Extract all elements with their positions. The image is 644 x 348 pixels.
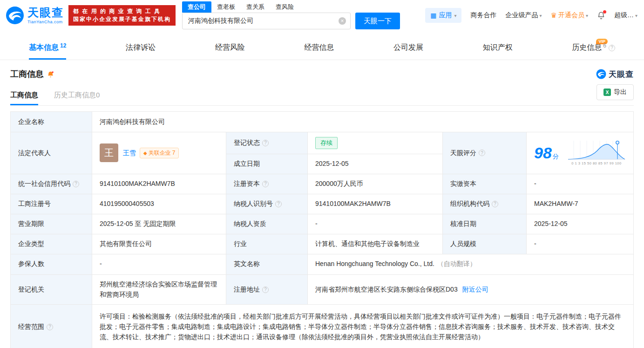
table-row: 统一社会信用代码 ? 91410100MAK2HAMW7B 注册资本 ? 200… [11,174,633,194]
business-scope-value: 许可项目：检验检测服务（依法须经批准的项目，经相关部门批准后方可开展经营活动，具… [92,305,633,348]
business-term-label: 营业期限 [11,214,92,234]
related-companies-count: 7 [172,149,176,157]
tab-company-development[interactable]: 公司发展 [393,37,423,60]
tab-operating-info-label: 经营信息 [304,43,334,53]
search-area: 查公司 查老板 查关系 查风险 × 天眼一下 [182,1,400,29]
header-right: ▦ 应用 ▾ 商务合作 企业级产品 ▾ ♛ 开通会员 ▾ 超级… ▾ [425,8,637,23]
org-code-label: 组织机构代码 ? [443,194,527,214]
legal-rep-link[interactable]: 王雪 [123,148,136,158]
industry-label: 行业 [226,234,308,254]
chevron-down-icon: ▾ [586,13,588,18]
avatar[interactable]: 王 [100,143,118,162]
nearby-companies-link[interactable]: 附近公司 [462,285,488,295]
tab-legal-proceedings[interactable]: 法律诉讼 [126,37,156,60]
establish-date-label: 成立日期 [226,154,308,174]
search-input[interactable] [182,13,351,29]
subtab-history-business-info[interactable]: 历史工商信息0 [54,86,100,105]
logo-domain: TianYanCha.com [27,20,64,24]
search-button[interactable]: 天眼一下 [355,13,400,29]
tianyancha-logo-icon [6,6,24,25]
score-value: 98 分 0 1 3 15 50 80 85 [527,132,633,174]
subtab-business-info[interactable]: 工商信息 [10,86,38,105]
credit-code-label: 统一社会信用代码 ? [11,174,92,194]
insured-count-value: - [92,254,226,274]
reg-status-value: 存续 [308,132,443,154]
user-account-menu[interactable]: 超级… ▾ [614,11,637,20]
related-companies-tag[interactable]: ◆ 关联企业 7 [140,148,179,158]
reg-address-label: 注册地址 ? [226,275,308,304]
english-name-value: Henan Hongchuang Technology Co., Ltd. （自… [308,254,633,274]
score-axis-labels: 0 1 3 15 50 80 85 97 99 100 [571,161,621,166]
logo-title: 天眼查 [27,7,64,18]
tab-basic-info[interactable]: 基本信息 12 [29,37,66,60]
credit-code-value: 91410100MAK2HAMW7B [92,174,226,194]
brand-watermark-label: 天眼查 [609,69,634,80]
notification-bell-button[interactable] [597,11,605,20]
score-label: 天眼评分 ? [443,132,527,174]
search-tab-company[interactable]: 查公司 [182,1,211,13]
monitor-bell-icon[interactable] [47,70,54,78]
table-row: 登记机关 郑州航空港经济综合实验区市场监督管理和营商环境局 注册地址 ? 河南省… [11,275,633,305]
crown-icon: ♛ [550,11,556,20]
enterprise-products-label: 企业级产品 [505,11,538,20]
paid-capital-value: - [527,174,633,194]
approval-date-value: 2025-12-05 [527,214,633,234]
tab-intellectual-property[interactable]: 知识产权 [483,37,513,60]
score-chart: 0 1 3 15 50 80 85 97 99 100 [567,140,626,166]
tab-history-info[interactable]: VIP 历史信息 6 ? [572,37,615,60]
clear-search-icon[interactable]: × [339,17,346,25]
reg-authority-label: 登记机关 [11,275,92,304]
help-icon[interactable]: ? [262,287,269,293]
open-vip-menu[interactable]: ♛ 开通会员 ▾ [550,11,588,20]
score-number[interactable]: 98 分 [534,145,559,161]
tianyancha-logo[interactable]: 天眼查 TianYanCha.com [6,6,64,25]
reg-status-label: 登记状态 ? [226,132,308,154]
subtab-row: 工商信息 历史工商信息0 X 导出 [10,86,634,106]
search-tab-boss[interactable]: 查老板 [211,1,241,13]
table-row: 工商注册号 410195000405503 纳税人识别号 ? 91410100M… [11,194,633,214]
table-row: 参保人数 - 英文名称 Henan Hongchuang Technology … [11,254,633,275]
help-icon[interactable]: ? [47,324,53,330]
enterprise-products-menu[interactable]: 企业级产品 ▾ [505,11,542,20]
tab-basic-info-label: 基本信息 [29,43,59,53]
chevron-down-icon: ▾ [454,13,456,18]
brand-watermark: 天眼查 [596,69,634,80]
tab-operating-risk[interactable]: 经营风险 [215,37,245,60]
business-cooperation-link[interactable]: 商务合作 [470,11,496,20]
search-tab-relation[interactable]: 查关系 [241,1,270,13]
english-name-label: 英文名称 [226,254,308,274]
establish-date-value: 2025-12-05 [308,154,443,174]
paid-capital-label: 实缴资本 [443,174,527,194]
auto-translate-note: （自动翻译） [437,259,476,269]
industry-value: 计算机、通信和其他电子设备制造业 [308,234,443,254]
help-icon[interactable]: ? [262,140,269,146]
taxpayer-quality-value: - [308,214,443,234]
company-type-label: 企业类型 [11,234,92,254]
tab-operating-info[interactable]: 经营信息 [304,37,334,60]
search-tab-risk[interactable]: 查风险 [270,1,299,13]
insured-count-label: 参保人数 [11,254,92,274]
tab-company-development-label: 公司发展 [393,43,423,53]
reg-capital-value: 200000万人民币 [308,174,443,194]
export-label: 导出 [614,88,627,96]
search-tabs: 查公司 查老板 查关系 查风险 [182,1,400,13]
help-icon[interactable]: ? [262,181,269,187]
promo-banner: 都 在 用 的 商 业 查 询 工 具 国家中小企业发展子基金旗下机构 [68,5,176,26]
legal-rep-label: 法定代表人 [11,132,92,174]
score-distribution-curve [567,140,626,160]
help-icon[interactable]: ? [73,181,79,187]
export-button[interactable]: X 导出 [597,84,634,100]
staff-size-value: - [527,234,633,254]
help-icon[interactable]: ? [609,45,615,51]
grid-icon: ▦ [430,12,436,19]
help-icon[interactable]: ? [479,150,485,156]
excel-icon: X [603,89,611,96]
company-name-value: 河南鸿创科技有限公司 [92,112,633,132]
help-icon[interactable]: ? [492,201,498,207]
tab-legal-proceedings-label: 法律诉讼 [126,43,156,53]
promo-line1: 都 在 用 的 商 业 查 询 工 具 [73,7,171,15]
help-icon[interactable]: ? [275,201,282,207]
reg-capital-label: 注册资本 ? [226,174,308,194]
table-row: 法定代表人 王 王雪 ◆ 关联企业 7 登记状态 ? 存续 [11,132,633,174]
apps-menu-button[interactable]: ▦ 应用 ▾ [425,8,461,23]
